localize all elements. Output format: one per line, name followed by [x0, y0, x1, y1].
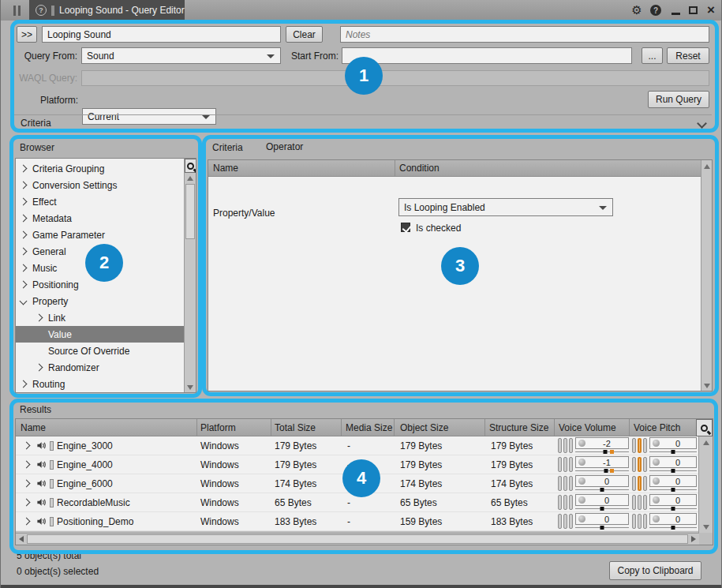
- browser-tree-item[interactable]: SoundBank: [16, 392, 196, 393]
- is-checked-checkbox[interactable]: [401, 223, 410, 232]
- expander-icon[interactable]: [23, 480, 31, 488]
- dock-handle-icon[interactable]: [13, 6, 21, 16]
- result-row[interactable]: RecordableMusic Windows 65 Bytes - 65 By…: [16, 493, 699, 512]
- condition-dropdown[interactable]: Is Looping Enabled: [398, 198, 613, 216]
- expand-query-list-button[interactable]: >>: [17, 26, 37, 43]
- browser-search-button[interactable]: [185, 159, 196, 173]
- results-search-button[interactable]: [696, 419, 713, 436]
- voice-volume-field[interactable]: 0: [575, 513, 629, 525]
- column-divider[interactable]: [629, 419, 630, 436]
- query-from-dropdown[interactable]: Sound: [81, 47, 281, 64]
- col-name[interactable]: Name: [21, 422, 46, 433]
- browser-tree-item[interactable]: Metadata: [16, 210, 196, 227]
- voice-volume-field[interactable]: -1: [575, 456, 629, 468]
- expander-icon[interactable]: [36, 364, 43, 372]
- voice-volume-widget[interactable]: 0: [558, 475, 642, 492]
- voice-volume-field[interactable]: 0: [575, 494, 629, 506]
- slider-thumb[interactable]: [671, 450, 675, 454]
- expander-icon[interactable]: [20, 198, 28, 206]
- browser-tree-item[interactable]: Value: [16, 326, 196, 343]
- browser-tree-item[interactable]: Conversion Settings: [16, 177, 196, 193]
- scroll-up-icon[interactable]: [703, 440, 709, 445]
- slider-thumb[interactable]: [600, 488, 604, 492]
- voice-pitch-slider[interactable]: [649, 526, 697, 530]
- col-object-size[interactable]: Object Size: [400, 422, 448, 433]
- browser-tree-item[interactable]: Source Of Override: [16, 343, 196, 359]
- expander-icon[interactable]: [20, 380, 28, 388]
- browser-tree-item[interactable]: Music: [16, 260, 196, 276]
- result-row[interactable]: Positioning_Demo Windows 183 Bytes - 159…: [16, 512, 699, 531]
- browser-tree-item[interactable]: Criteria Grouping: [16, 160, 196, 177]
- expander-icon[interactable]: [23, 461, 31, 469]
- result-row[interactable]: Engine_3000 Windows 179 Bytes - 179 Byte…: [16, 436, 699, 455]
- start-from-input[interactable]: [342, 47, 632, 64]
- column-divider[interactable]: [395, 160, 395, 176]
- maximize-icon[interactable]: [686, 3, 700, 17]
- browser-tree-item[interactable]: Effect: [16, 193, 196, 210]
- voice-pitch-field[interactable]: 0: [649, 494, 697, 506]
- column-divider[interactable]: [341, 419, 342, 436]
- column-divider[interactable]: [394, 419, 395, 436]
- scroll-down-icon[interactable]: [703, 525, 709, 530]
- slider-thumb[interactable]: [671, 526, 675, 530]
- results-vscrollbar[interactable]: [698, 436, 713, 533]
- column-divider[interactable]: [554, 419, 555, 436]
- voice-volume-widget[interactable]: -2: [558, 437, 642, 455]
- scroll-up-icon[interactable]: [704, 164, 710, 169]
- expander-icon[interactable]: [20, 231, 28, 239]
- criteria-scrollbar[interactable]: [701, 160, 712, 391]
- voice-volume-slider[interactable]: [575, 450, 629, 455]
- expander-icon[interactable]: [20, 298, 28, 305]
- copy-to-clipboard-button[interactable]: Copy to Clipboard: [609, 561, 701, 580]
- voice-pitch-slider[interactable]: [649, 488, 697, 492]
- col-structure-size[interactable]: Structure Size: [489, 422, 548, 433]
- expander-icon[interactable]: [20, 264, 28, 272]
- expander-icon[interactable]: [36, 314, 43, 322]
- result-row[interactable]: Engine_4000 Windows 179 Bytes - 179 Byte…: [16, 455, 699, 474]
- voice-volume-field[interactable]: -2: [575, 437, 629, 449]
- browser-tree-item[interactable]: Game Parameter: [16, 227, 196, 243]
- expander-icon[interactable]: [23, 499, 31, 507]
- col-voice-volume[interactable]: Voice Volume: [559, 422, 616, 433]
- slider-thumb[interactable]: [604, 469, 608, 473]
- scrollbar-thumb[interactable]: [27, 534, 688, 544]
- scroll-down-icon[interactable]: [187, 385, 193, 390]
- scroll-right-icon[interactable]: [691, 536, 696, 542]
- criteria-col-name[interactable]: Name: [213, 163, 238, 174]
- scroll-left-icon[interactable]: [19, 536, 24, 542]
- voice-pitch-slider[interactable]: [649, 469, 697, 474]
- col-media-size[interactable]: Media Size: [346, 422, 392, 433]
- slider-thumb[interactable]: [671, 469, 675, 473]
- voice-pitch-slider[interactable]: [649, 507, 697, 511]
- voice-pitch-field[interactable]: 0: [649, 437, 697, 449]
- slider-thumb[interactable]: [671, 507, 675, 511]
- voice-volume-slider[interactable]: [575, 526, 629, 530]
- results-hscrollbar[interactable]: [16, 533, 699, 545]
- slider-thumb[interactable]: [600, 507, 604, 511]
- browser-scrollbar[interactable]: [184, 159, 196, 392]
- expander-icon[interactable]: [20, 281, 28, 289]
- minimize-icon[interactable]: [668, 3, 683, 17]
- scroll-up-icon[interactable]: [187, 176, 193, 181]
- column-divider[interactable]: [196, 419, 197, 436]
- criteria-row-name[interactable]: Property/Value: [213, 208, 275, 219]
- expander-icon[interactable]: [20, 165, 28, 173]
- expander-icon[interactable]: [20, 182, 28, 189]
- voice-volume-widget[interactable]: 0: [558, 494, 642, 511]
- expander-icon[interactable]: [23, 518, 31, 526]
- help-icon[interactable]: ?: [649, 3, 663, 17]
- voice-volume-slider[interactable]: [575, 507, 629, 511]
- browser-tree-item[interactable]: Property: [16, 293, 196, 309]
- voice-pitch-field[interactable]: 0: [649, 456, 697, 468]
- col-voice-pitch[interactable]: Voice Pitch: [634, 422, 680, 433]
- scroll-down-icon[interactable]: [704, 384, 710, 388]
- slider-thumb[interactable]: [604, 450, 608, 454]
- column-divider[interactable]: [484, 419, 485, 436]
- browser-tree-item[interactable]: Routing: [16, 376, 196, 392]
- notes-input[interactable]: [340, 26, 709, 43]
- voice-pitch-field[interactable]: 0: [649, 475, 697, 487]
- voice-volume-slider[interactable]: [575, 469, 629, 474]
- col-total-size[interactable]: Total Size: [275, 422, 316, 433]
- window-tab[interactable]: ? Looping Sound - Query Editor: [29, 0, 185, 21]
- run-query-button[interactable]: Run Query: [648, 91, 709, 108]
